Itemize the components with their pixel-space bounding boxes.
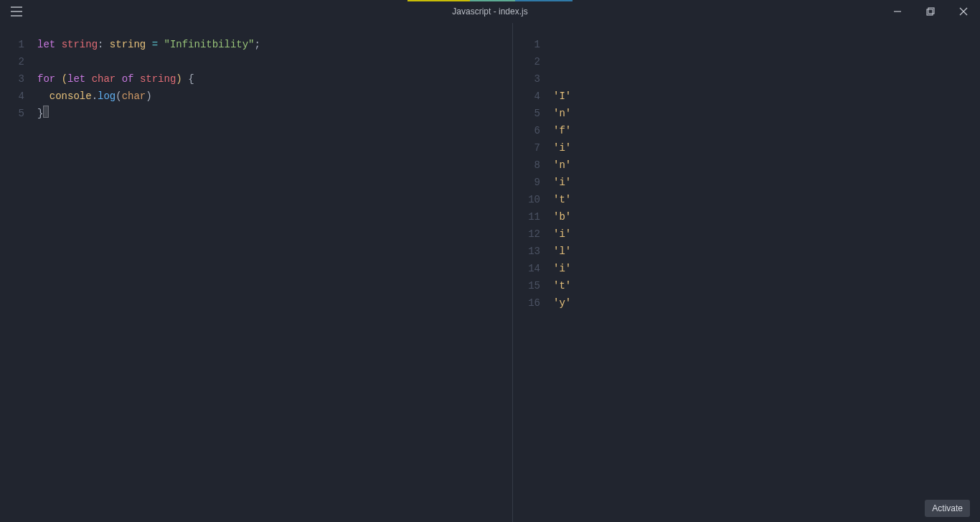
output-line: 't' bbox=[553, 191, 980, 208]
output-line: 'i' bbox=[553, 139, 980, 157]
line-number: 3 bbox=[513, 70, 547, 88]
line-number: 6 bbox=[513, 122, 547, 139]
output-line bbox=[553, 36, 980, 53]
output-line: 'f' bbox=[553, 122, 980, 139]
line-number: 1 bbox=[513, 36, 547, 53]
output-line: 'b' bbox=[553, 208, 980, 225]
output-line: 'i' bbox=[553, 174, 980, 191]
line-number: 9 bbox=[513, 174, 547, 191]
maximize-icon bbox=[926, 7, 935, 16]
menu-icon bbox=[11, 6, 22, 17]
line-number: 4 bbox=[513, 88, 547, 105]
line-number: 14 bbox=[513, 260, 547, 277]
workspace: 12345 let string: string = "Infinitbilit… bbox=[0, 23, 980, 522]
output-pane[interactable]: 12345678910111213141516 'I''n''f''i''n''… bbox=[513, 23, 980, 522]
svg-rect-5 bbox=[927, 9, 933, 15]
hamburger-menu-button[interactable] bbox=[0, 0, 33, 23]
line-number: 2 bbox=[513, 53, 547, 70]
activate-button[interactable]: Activate bbox=[925, 500, 970, 517]
output-gutter: 12345678910111213141516 bbox=[513, 23, 547, 312]
cursor bbox=[43, 106, 49, 118]
minimize-button[interactable] bbox=[881, 0, 914, 23]
maximize-button[interactable] bbox=[914, 0, 947, 23]
output-line bbox=[553, 70, 980, 88]
output-code: 'I''n''f''i''n''i''t''b''i''l''i''t''y' bbox=[553, 23, 980, 312]
line-number: 5 bbox=[513, 105, 547, 122]
code-line[interactable]: for (let char of string) { bbox=[37, 70, 512, 88]
output-line: 'y' bbox=[553, 294, 980, 312]
editor-pane[interactable]: 12345 let string: string = "Infinitbilit… bbox=[0, 23, 512, 522]
line-number: 15 bbox=[513, 277, 547, 294]
code-line[interactable]: console.log(char) bbox=[37, 88, 512, 105]
line-number: 10 bbox=[513, 191, 547, 208]
output-line: 't' bbox=[553, 277, 980, 294]
output-line: 'n' bbox=[553, 105, 980, 122]
code-line[interactable]: let string: string = "Infinitbility"; bbox=[37, 36, 512, 53]
window-controls bbox=[881, 0, 980, 23]
line-number: 16 bbox=[513, 294, 547, 312]
output-line bbox=[553, 53, 980, 70]
window-title: Javascript - index.js bbox=[423, 0, 556, 23]
output-line: 'I' bbox=[553, 88, 980, 105]
line-number: 11 bbox=[513, 208, 547, 225]
output-line: 'i' bbox=[553, 225, 980, 243]
line-number: 5 bbox=[0, 105, 32, 122]
editor-gutter: 12345 bbox=[0, 23, 32, 122]
svg-rect-4 bbox=[928, 8, 934, 14]
line-number: 13 bbox=[513, 243, 547, 260]
line-number: 7 bbox=[513, 139, 547, 157]
line-number: 1 bbox=[0, 36, 32, 53]
line-number: 3 bbox=[0, 70, 32, 88]
title-bar: Javascript - index.js bbox=[0, 0, 980, 23]
output-line: 'i' bbox=[553, 260, 980, 277]
editor-code[interactable]: let string: string = "Infinitbility";for… bbox=[37, 23, 512, 122]
code-line[interactable] bbox=[37, 53, 512, 70]
close-icon bbox=[959, 7, 968, 16]
line-number: 8 bbox=[513, 157, 547, 174]
line-number: 4 bbox=[0, 88, 32, 105]
output-line: 'n' bbox=[553, 157, 980, 174]
code-line[interactable]: } bbox=[37, 105, 512, 122]
line-number: 2 bbox=[0, 53, 32, 70]
close-button[interactable] bbox=[947, 0, 980, 23]
output-line: 'l' bbox=[553, 243, 980, 260]
minimize-icon bbox=[893, 7, 902, 16]
line-number: 12 bbox=[513, 225, 547, 243]
